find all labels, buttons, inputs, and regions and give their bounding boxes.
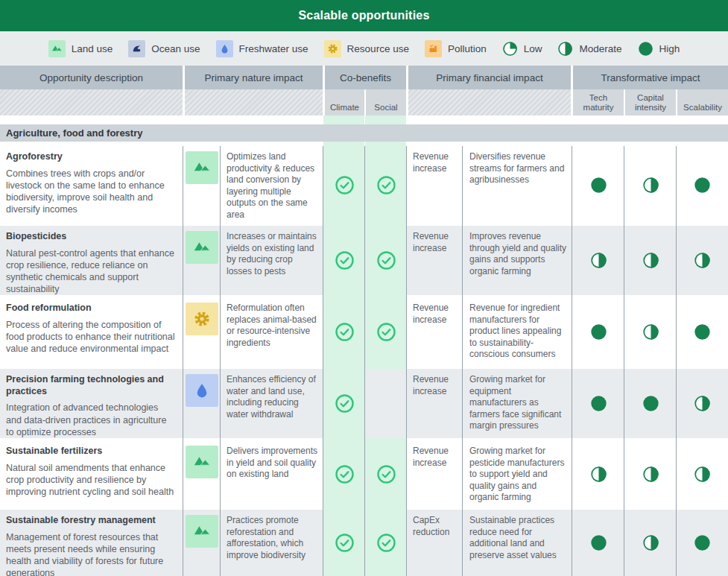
nature-impact-icon-cell (183, 510, 221, 576)
hatch-cell (0, 89, 183, 115)
capital-intensity-rating (624, 369, 677, 438)
opportunity-name: Agroforestry (6, 151, 176, 163)
capital-intensity-rating (624, 510, 677, 576)
social-cobenefit-cell (365, 369, 407, 438)
nature-impact-text: Optimizes land productivity & reduces la… (221, 146, 323, 224)
grid-line (624, 146, 624, 576)
financial-impact-type: Revenue increase (407, 226, 463, 295)
nature-impact-icon (186, 515, 218, 576)
legend-item-ocean-use: Ocean use (128, 40, 200, 57)
scalability-rating (677, 369, 728, 438)
legend-item-land-use: Land use (48, 40, 113, 57)
hatch-cell (408, 89, 571, 115)
nature-impact-icon (186, 231, 218, 295)
nature-impact-icon-cell (183, 226, 221, 295)
sub-header-scalability: Scalability (677, 89, 728, 115)
nature-impact-icon (186, 374, 218, 438)
tech-maturity-rating (572, 297, 624, 367)
scalability-rating (677, 146, 728, 224)
scalability-rating (677, 440, 728, 507)
column-header-nature: Primary nature impact (185, 66, 323, 89)
climate-cobenefit-cell (323, 297, 365, 367)
opportunity-description: Combines trees with crops and/or livesto… (6, 168, 176, 216)
opportunity-name: Precision farming technologies and pract… (6, 374, 176, 397)
grid-line (462, 146, 463, 576)
opportunity-cell: Food reformulation Process of altering t… (0, 297, 183, 367)
capital-intensity-rating (624, 297, 677, 367)
opportunity-name: Biopesticides (6, 231, 176, 243)
opportunity-name: Sustainable fertilizers (6, 446, 176, 458)
opportunity-description: Management of forest resources that meet… (6, 531, 176, 576)
opportunity-cell: Agroforestry Combines trees with crops a… (0, 146, 183, 224)
financial-impact-type: Revenue increase (407, 146, 463, 224)
climate-cobenefit-cell (323, 510, 365, 576)
high-rating-icon (638, 41, 653, 57)
legend-label: High (659, 43, 680, 54)
opportunity-description: Integration of advanced technologies and… (6, 402, 176, 438)
tech-maturity-rating (572, 146, 624, 224)
column-header-cobenefits: Co-benefits (325, 66, 406, 89)
opportunity-cell: Biopesticides Natural pest-control agent… (0, 226, 183, 295)
tech-maturity-rating (572, 440, 624, 507)
sub-header-social: Social (366, 89, 406, 115)
column-header-financial: Primary financial impact (408, 66, 571, 89)
grid-line (220, 146, 221, 576)
grid-line (572, 146, 572, 576)
opportunity-name: Food reformulation (6, 303, 176, 314)
capital-intensity-rating (624, 440, 677, 507)
legend-label: Freshwater use (239, 43, 308, 54)
social-cobenefit-cell (365, 297, 407, 367)
section-header: Agriculture, food and forestry (0, 124, 728, 142)
nature-impact-icon-cell (183, 146, 221, 224)
legend-item-resource-use: Resource use (324, 40, 409, 57)
legend-item-low: Low (502, 41, 542, 57)
legend-item-high: High (638, 41, 680, 57)
table-title-bar: Scalable opportunities (0, 0, 728, 31)
climate-cobenefit-cell (323, 146, 365, 224)
nature-impact-text: Enhances efficiency of water and land us… (221, 369, 323, 438)
sub-header-row: Climate Social Tech maturity Capital int… (0, 89, 728, 115)
tech-maturity-rating (572, 510, 624, 576)
social-cobenefit-cell (365, 510, 407, 576)
legend-label: Resource use (347, 43, 409, 54)
social-cobenefit-cell (365, 226, 407, 295)
pollution-icon (425, 40, 442, 57)
financial-impact-type: Revenue increase (407, 297, 463, 367)
opportunity-description: Natural pest-control agents that enhance… (6, 247, 176, 295)
grid-line (183, 146, 183, 576)
nature-impact-icon (186, 303, 218, 367)
nature-impact-icon-cell (183, 440, 221, 507)
financial-impact-text: Sustainable practices reduce need for ad… (463, 510, 572, 576)
opportunity-description: Natural soil amendments that enhance cro… (6, 462, 176, 499)
freshwater-use-icon (216, 40, 233, 57)
financial-impact-type: Revenue increase (407, 440, 463, 507)
financial-impact-text: Growing market for equipment manufacture… (463, 369, 572, 438)
sub-header-climate: Climate (325, 89, 364, 115)
scalability-rating (677, 510, 728, 576)
opportunity-description: Process of altering the composition of f… (6, 319, 176, 355)
page-title: Scalable opportunities (299, 9, 430, 22)
legend-label: Ocean use (151, 43, 200, 54)
legend-item-pollution: Pollution (425, 40, 487, 57)
nature-impact-icon-cell (183, 369, 221, 438)
nature-impact-text: Delivers improvements in yield and soil … (221, 440, 323, 507)
opportunity-name: Sustainable forestry management (6, 515, 176, 527)
resource-use-icon (324, 40, 341, 57)
legend-label: Moderate (579, 43, 621, 54)
moderate-rating-icon (557, 41, 573, 57)
legend-item-moderate: Moderate (557, 41, 621, 57)
nature-impact-text: Increases or maintains yields on existin… (221, 226, 323, 295)
legend-label: Low (524, 43, 542, 54)
grid-line (406, 146, 407, 576)
legend-bar: Land use Ocean use Freshwater use Resour… (0, 31, 728, 66)
capital-intensity-rating (624, 226, 677, 295)
grid-line (364, 146, 365, 576)
hatch-cell (185, 89, 323, 115)
capital-intensity-rating (624, 146, 677, 224)
financial-impact-text: Diversifies revenue streams for farmers … (463, 146, 572, 224)
ocean-use-icon (128, 40, 145, 57)
legend-label: Pollution (448, 43, 487, 54)
legend-item-freshwater-use: Freshwater use (216, 40, 308, 57)
climate-cobenefit-cell (323, 369, 365, 438)
social-cobenefit-cell (365, 440, 407, 507)
